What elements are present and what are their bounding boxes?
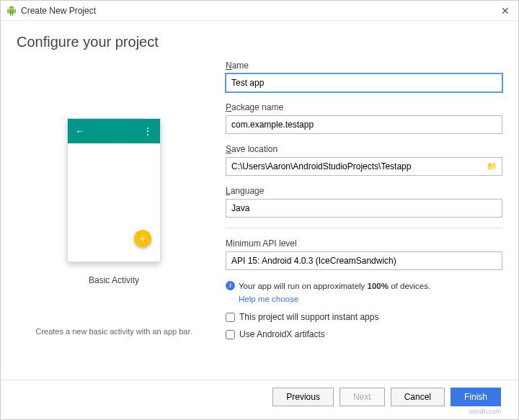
phone-preview: ← ⋮ + [67,118,161,262]
instant-apps-checkbox[interactable]: This project will support instant apps [226,312,502,322]
preview-appbar: ← ⋮ [68,119,160,143]
language-select[interactable]: Java [226,199,502,218]
folder-icon[interactable]: 📁 [487,161,497,171]
androidx-checkbox[interactable]: Use AndroidX artifacts [226,329,502,339]
template-name: Basic Activity [17,275,211,285]
instant-apps-checkbox-input[interactable] [226,313,235,322]
fab-icon: + [134,230,151,247]
divider [226,228,502,228]
window-title: Create New Project [21,6,96,16]
androidx-checkbox-input[interactable] [226,330,235,339]
back-arrow-icon: ← [75,125,85,137]
template-description: Creates a new basic activity with an app… [17,327,211,336]
name-label: Name [226,61,502,71]
saveloc-input[interactable] [226,157,502,176]
page-title: Configure your project [1,21,518,58]
api-label: Minimum API level [226,238,502,249]
template-preview-panel: ← ⋮ + Basic Activity Creates a new basic… [17,58,211,339]
more-menu-icon: ⋮ [143,125,153,137]
saveloc-label: Save location [226,144,502,154]
coverage-note: i Your app will run on approximately 100… [226,280,502,292]
language-label: Language [226,186,502,196]
finish-button[interactable]: Finish [451,388,501,406]
previous-button[interactable]: Previous [272,388,334,406]
package-label: Package name [226,102,502,112]
package-input[interactable] [226,115,502,134]
titlebar: Create New Project ✕ [1,1,518,21]
close-button[interactable]: ✕ [498,5,513,17]
android-icon [6,6,17,16]
name-input[interactable] [226,73,502,92]
api-select[interactable]: API 15: Android 4.0.3 (IceCreamSandwich) [226,251,502,270]
footer-buttons: Previous Next Cancel Finish [1,380,518,419]
next-button: Next [340,388,385,406]
cancel-button[interactable]: Cancel [391,388,445,406]
form-panel: Name Package name Save location 📁 Langua… [211,58,502,339]
info-icon: i [226,281,235,290]
help-link[interactable]: Help me choose [239,295,298,303]
